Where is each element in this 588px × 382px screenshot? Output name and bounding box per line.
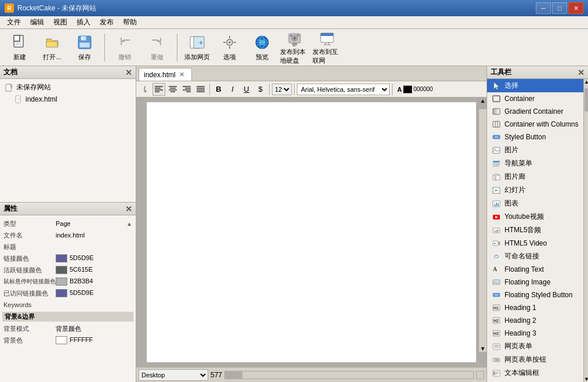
right-vscroll-down[interactable]: ▼: [584, 376, 588, 382]
right-panel-close[interactable]: ✕: [578, 68, 585, 77]
properties-panel-close[interactable]: ✕: [125, 204, 132, 214]
menu-file[interactable]: 文件: [2, 16, 26, 28]
font-family-select[interactable]: Arial, Helvetica, sans-serif Times New R…: [297, 84, 390, 95]
toolbar-item-slideshow[interactable]: 幻灯片: [487, 183, 583, 197]
bgcolor-swatch[interactable]: [56, 336, 67, 344]
toolbar-item-nav[interactable]: 导航菜单: [487, 157, 583, 170]
minimize-button[interactable]: ─: [536, 2, 551, 14]
canvas-page[interactable]: [147, 102, 476, 362]
underline-button[interactable]: U: [240, 83, 253, 96]
status-bar: Desktop 577: [136, 367, 487, 382]
publish-hdd-button[interactable]: ▼ 发布到本地硬盘: [280, 32, 310, 63]
toolbar-item-columns[interactable]: Container with Columns: [487, 118, 583, 131]
linkcolor-swatch[interactable]: [56, 254, 67, 262]
svg-rect-65: [493, 161, 500, 163]
menu-publish[interactable]: 发布: [95, 16, 118, 28]
toolbar-item-text-editor[interactable]: 文本编辑框: [487, 366, 583, 380]
redo-button[interactable]: 重做: [142, 32, 172, 63]
desktop-select[interactable]: Desktop: [139, 369, 208, 381]
options-button[interactable]: 选项: [215, 32, 245, 63]
toolbar-item-floating-image[interactable]: Floating Image: [487, 276, 583, 289]
link-button[interactable]: ⤹: [139, 83, 151, 96]
toolbar-item-heading1[interactable]: H1 Heading 1: [487, 301, 583, 314]
vscroll-up[interactable]: ▲: [479, 98, 487, 104]
toolbar-item-form-button[interactable]: OK 网页表单按钮: [487, 353, 583, 366]
svg-rect-63: [493, 147, 500, 153]
props-scroll-up[interactable]: ▲: [126, 221, 132, 227]
right-panel-scrollbar[interactable]: ▲ ▼: [583, 79, 588, 382]
toolbar-item-select[interactable]: 选择: [487, 79, 583, 92]
toolbar-item-floating-styled-button[interactable]: Floating Styled Button: [487, 289, 583, 301]
tree-item-site[interactable]: 未保存网站: [0, 81, 136, 93]
toolbar-item-chart[interactable]: 图表: [487, 197, 583, 210]
right-vscroll-thumb[interactable]: [585, 88, 588, 111]
toolbar-item-styled-button[interactable]: Styled Button: [487, 131, 583, 143]
publish-hdd-icon: ▼: [285, 30, 304, 46]
save-button[interactable]: 保存: [70, 32, 100, 63]
tab-close-icon[interactable]: ✕: [179, 71, 184, 78]
menu-insert[interactable]: 插入: [72, 16, 95, 28]
align-justify-button[interactable]: [194, 83, 207, 96]
publish-web-button[interactable]: 发布到互联网: [312, 32, 342, 63]
open-button[interactable]: 打开...: [37, 32, 67, 63]
prop-activelinkcolor-value[interactable]: 5C615E: [56, 266, 132, 274]
dollar-button[interactable]: $: [254, 83, 267, 96]
toolbar-item-multi-select[interactable]: 多选择: [487, 380, 583, 382]
toolbar-item-container[interactable]: Container: [487, 92, 583, 105]
prop-bgmode-value[interactable]: 背景颜色: [56, 325, 132, 333]
text-color-swatch[interactable]: [403, 85, 412, 93]
hscroll-thumb[interactable]: [225, 372, 242, 379]
activelinkcolor-swatch[interactable]: [56, 266, 67, 274]
vscroll-down[interactable]: ▼: [479, 345, 487, 352]
right-vscroll-up[interactable]: ▲: [584, 79, 588, 85]
maximize-button[interactable]: □: [552, 2, 567, 14]
visitedlinkcolor-swatch[interactable]: [56, 289, 67, 297]
prop-visitedlinkcolor-value[interactable]: 5D5D9E: [56, 289, 132, 297]
hoverlinkcolor-swatch[interactable]: [56, 278, 67, 286]
titlebar-controls[interactable]: ─ □ ✕: [536, 2, 583, 14]
floating-text-icon: A: [492, 265, 501, 274]
toolbar-item-html5video[interactable]: HTML5 Video: [487, 237, 583, 250]
menu-help[interactable]: 帮助: [118, 16, 141, 28]
toolbar-item-floating-text[interactable]: A Floating Text: [487, 263, 583, 276]
align-center-button[interactable]: [166, 83, 179, 96]
menu-view[interactable]: 视图: [49, 16, 72, 28]
svg-text:H2: H2: [493, 319, 499, 323]
addpage-button[interactable]: + 添加网页: [182, 32, 212, 63]
toolbar-item-gallery[interactable]: 图片廊: [487, 170, 583, 183]
toolbar-item-heading3[interactable]: H3 Heading 3: [487, 327, 583, 340]
tree-item-index[interactable]: index.html: [0, 93, 136, 105]
italic-button[interactable]: I: [226, 83, 239, 96]
text-color-indicator[interactable]: A 000000: [395, 85, 435, 93]
bold-button[interactable]: B: [212, 83, 225, 96]
prop-linkcolor-value[interactable]: 5D5D9E: [56, 254, 132, 262]
new-button[interactable]: 新建: [5, 32, 35, 63]
close-button[interactable]: ✕: [568, 2, 583, 14]
prop-filename-value[interactable]: index.html: [56, 232, 132, 239]
tab-index[interactable]: index.html ✕: [139, 68, 192, 81]
undo-button[interactable]: 撤销: [110, 32, 140, 63]
toolbar-item-heading2[interactable]: H2 Heading 2: [487, 314, 583, 327]
prop-hoverlinkcolor-value[interactable]: B2B3B4: [56, 278, 132, 286]
undo-label: 撤销: [118, 53, 131, 62]
status-scrollbar[interactable]: [224, 371, 474, 379]
toolbar-item-named-link[interactable]: 可命名链接: [487, 250, 583, 263]
menu-edit[interactable]: 编辑: [26, 16, 49, 28]
align-right-button[interactable]: [180, 83, 193, 96]
svg-text:H3: H3: [493, 331, 499, 336]
prop-type-label: 类型: [3, 219, 56, 228]
align-left-button[interactable]: [153, 83, 165, 96]
toolbar-item-image[interactable]: 图片: [487, 143, 583, 157]
toolbar-item-html5audio[interactable]: H5 HTML5音频: [487, 224, 583, 237]
toolbar-item-web-form[interactable]: 网页表单: [487, 340, 583, 353]
toolbar-item-gradient-container[interactable]: Gradient Container: [487, 105, 583, 118]
html5video-icon: [492, 239, 501, 248]
toolbar-item-youtube[interactable]: Youtube视频: [487, 210, 583, 224]
canvas-vscrollbar[interactable]: ▼ ▲: [478, 98, 487, 352]
prop-bgcolor-value[interactable]: FFFFFF: [56, 336, 132, 344]
font-size-select[interactable]: 12 10 14 16 18: [272, 84, 292, 95]
preview-button[interactable]: 预览: [247, 32, 277, 63]
document-panel-close[interactable]: ✕: [125, 68, 132, 77]
toolbar-image-label: 图片: [504, 145, 518, 155]
svg-text:OK: OK: [495, 358, 499, 362]
